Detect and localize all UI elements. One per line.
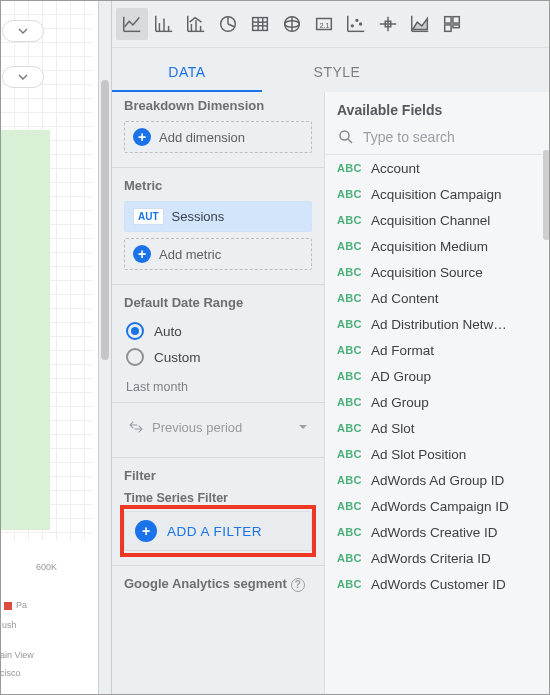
abc-badge: ABC bbox=[337, 240, 361, 252]
chevron-down-icon bbox=[298, 422, 308, 432]
last-month-label: Last month bbox=[126, 380, 312, 394]
date-range-title: Default Date Range bbox=[124, 295, 312, 310]
field-item[interactable]: ABCAdWords Criteria ID bbox=[325, 545, 550, 571]
available-fields-title: Available Fields bbox=[325, 92, 550, 124]
add-dimension-button[interactable]: + Add dimension bbox=[124, 121, 312, 153]
bar-chart-icon[interactable] bbox=[148, 8, 180, 40]
field-name: Acquisition Channel bbox=[371, 213, 490, 228]
radio-custom[interactable]: Custom bbox=[124, 344, 312, 370]
plus-icon: + bbox=[133, 245, 151, 263]
field-name: AD Group bbox=[371, 369, 431, 384]
help-icon[interactable]: ? bbox=[291, 578, 305, 592]
field-name: Ad Content bbox=[371, 291, 439, 306]
field-name: AdWords Customer ID bbox=[371, 577, 506, 592]
field-name: Ad Slot bbox=[371, 421, 415, 436]
abc-badge: ABC bbox=[337, 422, 361, 434]
radio-icon bbox=[126, 322, 144, 340]
field-name: AdWords Campaign ID bbox=[371, 499, 509, 514]
area-chart-icon[interactable] bbox=[404, 8, 436, 40]
abc-badge: ABC bbox=[337, 292, 361, 304]
compare-dropdown[interactable]: Previous period bbox=[124, 411, 312, 443]
field-item[interactable]: ABCAccount bbox=[325, 155, 550, 181]
field-item[interactable]: ABCAdWords Ad Group ID bbox=[325, 467, 550, 493]
field-item[interactable]: ABCAd Group bbox=[325, 389, 550, 415]
svg-rect-35 bbox=[445, 24, 451, 30]
table-icon[interactable] bbox=[244, 8, 276, 40]
pivot-icon[interactable] bbox=[436, 8, 468, 40]
tabs: DATA STYLE bbox=[112, 48, 550, 92]
field-name: AdWords Criteria ID bbox=[371, 551, 491, 566]
svg-point-27 bbox=[360, 23, 362, 25]
chart-type-toolbar: 2.1 bbox=[112, 0, 550, 48]
pie-chart-icon[interactable] bbox=[212, 8, 244, 40]
axis-label: 600K bbox=[36, 562, 57, 572]
metric-sessions-label: Sessions bbox=[172, 209, 225, 224]
dropdown-stub[interactable] bbox=[2, 20, 44, 42]
abc-badge: ABC bbox=[337, 266, 361, 278]
svg-point-25 bbox=[351, 24, 353, 26]
scorecard-icon[interactable]: 2.1 bbox=[308, 8, 340, 40]
aut-badge: AUT bbox=[133, 208, 164, 225]
svg-rect-33 bbox=[445, 16, 451, 22]
field-item[interactable]: ABCAcquisition Campaign bbox=[325, 181, 550, 207]
geo-chart-icon[interactable] bbox=[276, 8, 308, 40]
compare-arrows-icon bbox=[128, 419, 144, 435]
svg-rect-13 bbox=[253, 17, 268, 30]
field-item[interactable]: ABCAcquisition Channel bbox=[325, 207, 550, 233]
add-metric-button[interactable]: + Add metric bbox=[124, 238, 312, 270]
available-fields-panel: Available Fields ABCAccountABCAcquisitio… bbox=[325, 92, 550, 695]
abc-badge: ABC bbox=[337, 578, 361, 590]
field-item[interactable]: ABCAdWords Customer ID bbox=[325, 571, 550, 597]
search-input[interactable] bbox=[363, 129, 538, 145]
dropdown-stub[interactable] bbox=[2, 66, 44, 88]
abc-badge: ABC bbox=[337, 474, 361, 486]
svg-point-37 bbox=[340, 131, 349, 140]
field-item[interactable]: ABCAcquisition Source bbox=[325, 259, 550, 285]
abc-badge: ABC bbox=[337, 188, 361, 200]
combo-chart-icon[interactable] bbox=[180, 8, 212, 40]
search-icon bbox=[337, 128, 355, 146]
field-name: Account bbox=[371, 161, 420, 176]
abc-badge: ABC bbox=[337, 214, 361, 226]
radio-auto[interactable]: Auto bbox=[124, 318, 312, 344]
abc-badge: ABC bbox=[337, 552, 361, 564]
add-filter-button[interactable]: + ADD A FILTER bbox=[124, 511, 312, 551]
field-name: Ad Slot Position bbox=[371, 447, 466, 462]
field-name: Ad Group bbox=[371, 395, 429, 410]
field-item[interactable]: ABCAdWords Campaign ID bbox=[325, 493, 550, 519]
filter-title: Filter bbox=[124, 468, 312, 483]
abc-badge: ABC bbox=[337, 396, 361, 408]
field-item[interactable]: ABCAd Slot bbox=[325, 415, 550, 441]
canvas-preview: 600K Pa ush ain View cisco bbox=[0, 0, 98, 695]
tab-style[interactable]: STYLE bbox=[262, 52, 412, 92]
field-item[interactable]: ABCAdWords Creative ID bbox=[325, 519, 550, 545]
metric-sessions-chip[interactable]: AUT Sessions bbox=[124, 201, 312, 232]
field-item[interactable]: ABCAd Format bbox=[325, 337, 550, 363]
scrollbar-thumb[interactable] bbox=[101, 80, 109, 360]
add-dimension-label: Add dimension bbox=[159, 130, 245, 145]
abc-badge: ABC bbox=[337, 448, 361, 460]
panel-resize-handle[interactable] bbox=[98, 0, 112, 695]
abc-badge: ABC bbox=[337, 318, 361, 330]
field-name: AdWords Creative ID bbox=[371, 525, 498, 540]
fields-scrollbar[interactable] bbox=[543, 150, 550, 240]
field-item[interactable]: ABCAcquisition Medium bbox=[325, 233, 550, 259]
scatter-chart-icon[interactable] bbox=[340, 8, 372, 40]
filter-sub: Time Series Filter bbox=[124, 491, 312, 505]
breakdown-title: Breakdown Dimension bbox=[124, 98, 312, 113]
tab-data[interactable]: DATA bbox=[112, 52, 262, 92]
field-item[interactable]: ABCAD Group bbox=[325, 363, 550, 389]
field-name: Ad Format bbox=[371, 343, 434, 358]
field-name: AdWords Ad Group ID bbox=[371, 473, 504, 488]
plus-icon: + bbox=[133, 128, 151, 146]
field-name: Acquisition Campaign bbox=[371, 187, 502, 202]
add-metric-label: Add metric bbox=[159, 247, 221, 262]
svg-point-26 bbox=[356, 19, 358, 21]
abc-badge: ABC bbox=[337, 370, 361, 382]
line-chart-icon[interactable] bbox=[116, 8, 148, 40]
field-item[interactable]: ABCAd Distribution Netw… bbox=[325, 311, 550, 337]
field-item[interactable]: ABCAd Content bbox=[325, 285, 550, 311]
metric-title: Metric bbox=[124, 178, 312, 193]
field-item[interactable]: ABCAd Slot Position bbox=[325, 441, 550, 467]
bullet-chart-icon[interactable] bbox=[372, 8, 404, 40]
